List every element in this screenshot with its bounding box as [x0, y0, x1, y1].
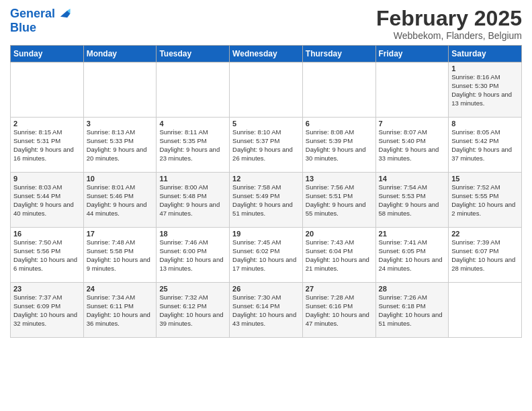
day-info: Sunrise: 8:16 AM Sunset: 5:30 PM Dayligh…: [451, 73, 519, 107]
week-row-4: 16Sunrise: 7:50 AM Sunset: 5:56 PM Dayli…: [11, 228, 522, 283]
day-cell: 18Sunrise: 7:46 AM Sunset: 6:00 PM Dayli…: [157, 228, 230, 283]
title-block: February 2025 Webbekom, Flanders, Belgiu…: [376, 7, 522, 41]
day-cell: 25Sunrise: 7:32 AM Sunset: 6:12 PM Dayli…: [157, 283, 230, 338]
day-cell: [11, 62, 84, 118]
day-cell: [449, 283, 522, 338]
calendar-title: February 2025: [376, 7, 522, 30]
day-info: Sunrise: 8:07 AM Sunset: 5:40 PM Dayligh…: [379, 128, 446, 163]
day-number: 11: [159, 175, 226, 183]
weekday-wednesday: Wednesday: [230, 46, 303, 62]
day-info: Sunrise: 8:01 AM Sunset: 5:46 PM Dayligh…: [87, 183, 154, 218]
day-info: Sunrise: 7:43 AM Sunset: 6:04 PM Dayligh…: [306, 238, 373, 273]
day-cell: 3Sunrise: 8:13 AM Sunset: 5:33 PM Daylig…: [83, 118, 157, 173]
day-number: 12: [232, 175, 300, 183]
week-row-1: 1Sunrise: 8:16 AM Sunset: 5:30 PM Daylig…: [11, 62, 522, 118]
day-cell: 9Sunrise: 8:03 AM Sunset: 5:44 PM Daylig…: [11, 173, 84, 228]
day-number: 28: [379, 285, 446, 293]
day-info: Sunrise: 8:08 AM Sunset: 5:39 PM Dayligh…: [306, 128, 373, 163]
day-info: Sunrise: 7:50 AM Sunset: 5:56 PM Dayligh…: [13, 238, 81, 273]
day-info: Sunrise: 7:37 AM Sunset: 6:09 PM Dayligh…: [13, 293, 81, 328]
day-number: 13: [306, 175, 373, 183]
day-info: Sunrise: 7:28 AM Sunset: 6:16 PM Dayligh…: [306, 293, 373, 328]
day-cell: 14Sunrise: 7:54 AM Sunset: 5:53 PM Dayli…: [375, 173, 449, 228]
weekday-sunday: Sunday: [11, 46, 84, 62]
day-info: Sunrise: 8:11 AM Sunset: 5:35 PM Dayligh…: [159, 128, 226, 163]
day-number: 5: [232, 120, 300, 128]
day-cell: 28Sunrise: 7:26 AM Sunset: 6:18 PM Dayli…: [375, 283, 449, 338]
weekday-saturday: Saturday: [449, 46, 522, 62]
week-row-3: 9Sunrise: 8:03 AM Sunset: 5:44 PM Daylig…: [11, 173, 522, 228]
day-cell: 22Sunrise: 7:39 AM Sunset: 6:07 PM Dayli…: [449, 228, 522, 283]
day-cell: 1Sunrise: 8:16 AM Sunset: 5:30 PM Daylig…: [449, 62, 522, 118]
weekday-thursday: Thursday: [302, 46, 375, 62]
day-number: 26: [232, 285, 300, 293]
day-info: Sunrise: 8:05 AM Sunset: 5:42 PM Dayligh…: [451, 128, 519, 163]
day-info: Sunrise: 7:46 AM Sunset: 6:00 PM Dayligh…: [159, 238, 226, 273]
day-cell: 20Sunrise: 7:43 AM Sunset: 6:04 PM Dayli…: [302, 228, 375, 283]
day-info: Sunrise: 7:54 AM Sunset: 5:53 PM Dayligh…: [379, 183, 446, 218]
calendar-subtitle: Webbekom, Flanders, Belgium: [376, 30, 522, 41]
logo-icon: [56, 7, 71, 21]
day-cell: 11Sunrise: 8:00 AM Sunset: 5:48 PM Dayli…: [157, 173, 230, 228]
day-cell: 17Sunrise: 7:48 AM Sunset: 5:58 PM Dayli…: [83, 228, 157, 283]
day-cell: 4Sunrise: 8:11 AM Sunset: 5:35 PM Daylig…: [157, 118, 230, 173]
day-number: 2: [13, 120, 81, 128]
day-number: 21: [379, 230, 446, 238]
day-number: 4: [159, 120, 226, 128]
logo-blue-text: Blue: [10, 21, 71, 35]
day-cell: 10Sunrise: 8:01 AM Sunset: 5:46 PM Dayli…: [83, 173, 157, 228]
day-cell: 13Sunrise: 7:56 AM Sunset: 5:51 PM Dayli…: [302, 173, 375, 228]
day-cell: 21Sunrise: 7:41 AM Sunset: 6:05 PM Dayli…: [375, 228, 449, 283]
day-cell: 26Sunrise: 7:30 AM Sunset: 6:14 PM Dayli…: [230, 283, 303, 338]
day-number: 20: [306, 230, 373, 238]
day-number: 8: [451, 120, 519, 128]
day-number: 23: [13, 285, 81, 293]
day-info: Sunrise: 7:41 AM Sunset: 6:05 PM Dayligh…: [379, 238, 446, 273]
day-number: 3: [87, 120, 154, 128]
day-number: 17: [87, 230, 154, 238]
day-info: Sunrise: 8:10 AM Sunset: 5:37 PM Dayligh…: [232, 128, 300, 163]
day-cell: 23Sunrise: 7:37 AM Sunset: 6:09 PM Dayli…: [11, 283, 84, 338]
day-number: 16: [13, 230, 81, 238]
day-cell: 24Sunrise: 7:34 AM Sunset: 6:11 PM Dayli…: [83, 283, 157, 338]
weekday-monday: Monday: [83, 46, 157, 62]
day-cell: [157, 62, 230, 118]
logo: General Blue: [10, 7, 71, 35]
day-number: 9: [13, 175, 81, 183]
day-number: 14: [379, 175, 446, 183]
day-number: 24: [87, 285, 154, 293]
day-cell: 8Sunrise: 8:05 AM Sunset: 5:42 PM Daylig…: [449, 118, 522, 173]
day-info: Sunrise: 7:48 AM Sunset: 5:58 PM Dayligh…: [87, 238, 154, 273]
day-number: 19: [232, 230, 300, 238]
day-cell: 19Sunrise: 7:45 AM Sunset: 6:02 PM Dayli…: [230, 228, 303, 283]
page-container: General Blue February 2025 Webbekom, Fla…: [0, 0, 532, 341]
day-number: 22: [451, 230, 519, 238]
header: General Blue February 2025 Webbekom, Fla…: [10, 7, 522, 41]
day-info: Sunrise: 7:30 AM Sunset: 6:14 PM Dayligh…: [232, 293, 300, 328]
day-number: 27: [306, 285, 373, 293]
day-number: 18: [159, 230, 226, 238]
day-number: 10: [87, 175, 154, 183]
day-number: 7: [379, 120, 446, 128]
logo-text: General: [10, 7, 55, 21]
day-cell: 6Sunrise: 8:08 AM Sunset: 5:39 PM Daylig…: [302, 118, 375, 173]
day-info: Sunrise: 8:00 AM Sunset: 5:48 PM Dayligh…: [159, 183, 226, 218]
day-info: Sunrise: 7:34 AM Sunset: 6:11 PM Dayligh…: [87, 293, 154, 328]
day-cell: [83, 62, 157, 118]
day-cell: 2Sunrise: 8:15 AM Sunset: 5:31 PM Daylig…: [11, 118, 84, 173]
day-cell: [302, 62, 375, 118]
weekday-header-row: SundayMondayTuesdayWednesdayThursdayFrid…: [11, 46, 522, 62]
day-cell: 15Sunrise: 7:52 AM Sunset: 5:55 PM Dayli…: [449, 173, 522, 228]
day-info: Sunrise: 7:58 AM Sunset: 5:49 PM Dayligh…: [232, 183, 300, 218]
week-row-2: 2Sunrise: 8:15 AM Sunset: 5:31 PM Daylig…: [11, 118, 522, 173]
day-number: 25: [159, 285, 226, 293]
day-info: Sunrise: 7:56 AM Sunset: 5:51 PM Dayligh…: [306, 183, 373, 218]
day-cell: 27Sunrise: 7:28 AM Sunset: 6:16 PM Dayli…: [302, 283, 375, 338]
day-info: Sunrise: 7:45 AM Sunset: 6:02 PM Dayligh…: [232, 238, 300, 273]
day-info: Sunrise: 7:32 AM Sunset: 6:12 PM Dayligh…: [159, 293, 226, 328]
day-number: 15: [451, 175, 519, 183]
day-cell: 7Sunrise: 8:07 AM Sunset: 5:40 PM Daylig…: [375, 118, 449, 173]
day-info: Sunrise: 8:15 AM Sunset: 5:31 PM Dayligh…: [13, 128, 81, 163]
day-info: Sunrise: 7:52 AM Sunset: 5:55 PM Dayligh…: [451, 183, 519, 218]
day-info: Sunrise: 8:03 AM Sunset: 5:44 PM Dayligh…: [13, 183, 81, 218]
